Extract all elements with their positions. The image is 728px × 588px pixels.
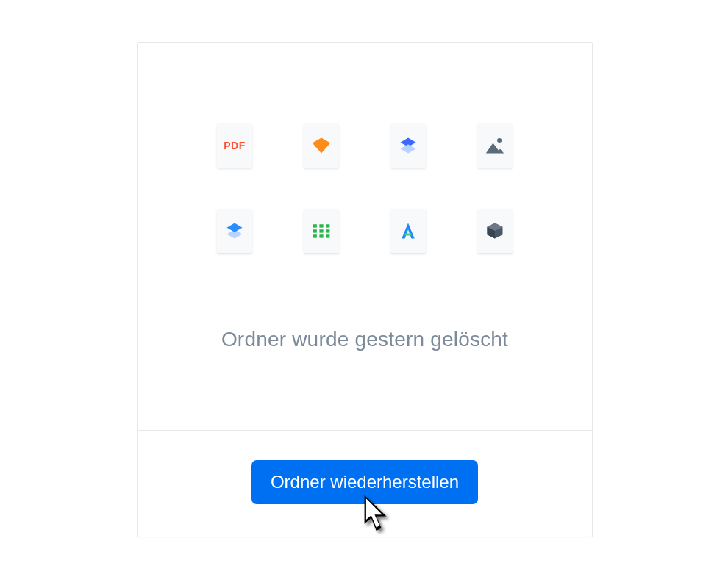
restore-folder-button[interactable]: Ordner wiederherstellen xyxy=(251,460,478,504)
svg-rect-14 xyxy=(319,234,323,237)
file-tile-layers xyxy=(390,123,426,168)
file-grid: PDF xyxy=(213,123,517,257)
file-tile-a xyxy=(390,209,426,253)
deleted-message: Ordner wurde gestern gelöscht xyxy=(221,328,508,351)
file-tile-grid xyxy=(304,209,339,253)
svg-rect-16 xyxy=(405,234,412,236)
file-tile-cube xyxy=(477,209,513,253)
file-tile-pdf: PDF xyxy=(217,123,252,168)
svg-rect-9 xyxy=(326,224,329,227)
dialog-content: PDF xyxy=(138,43,592,431)
svg-rect-13 xyxy=(313,234,317,237)
diamond-icon xyxy=(311,135,332,156)
svg-rect-12 xyxy=(326,229,329,232)
restore-dialog: PDF xyxy=(137,42,593,537)
cube-icon xyxy=(485,220,505,241)
letter-a-icon xyxy=(398,220,418,241)
svg-rect-7 xyxy=(313,224,317,227)
svg-rect-10 xyxy=(313,229,317,232)
file-tile-image xyxy=(477,123,513,168)
svg-rect-11 xyxy=(319,229,323,232)
svg-marker-4 xyxy=(486,143,504,154)
svg-marker-2 xyxy=(401,144,416,153)
pdf-icon: PDF xyxy=(224,140,246,151)
svg-marker-6 xyxy=(227,223,243,232)
layers-icon xyxy=(224,220,245,241)
svg-marker-0 xyxy=(313,138,331,154)
dialog-footer: Ordner wiederherstellen xyxy=(138,431,592,536)
svg-rect-15 xyxy=(326,234,329,237)
grid-icon xyxy=(311,220,332,241)
image-icon xyxy=(485,135,505,156)
svg-point-3 xyxy=(497,138,502,143)
layers-icon xyxy=(398,135,418,156)
file-tile-layers-2 xyxy=(217,209,252,253)
svg-rect-8 xyxy=(319,224,323,227)
file-tile-sketch xyxy=(304,123,339,168)
